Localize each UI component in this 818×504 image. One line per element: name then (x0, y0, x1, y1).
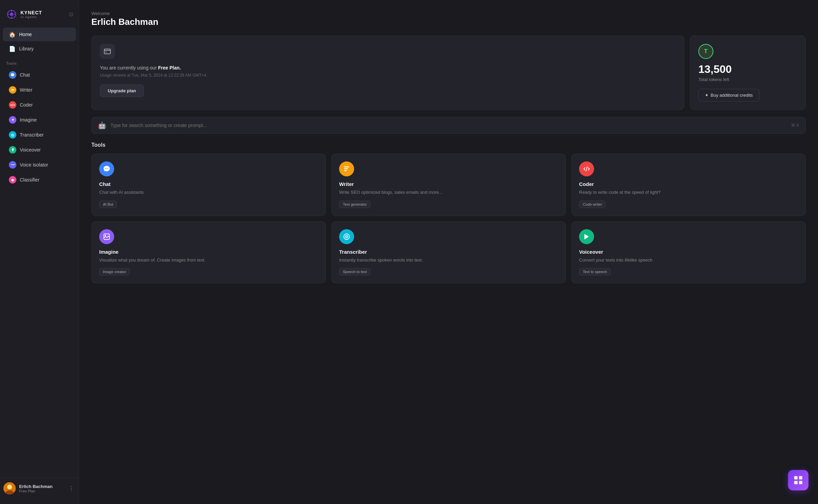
svg-rect-18 (344, 170, 347, 171)
search-shortcut: ⌘ K (791, 123, 799, 128)
shortcut-meta: ⌘ (791, 123, 795, 128)
kynect-logo-icon (5, 8, 18, 20)
voice-isolator-dot-icon: 〰 (9, 161, 16, 169)
main-content: Welcome Erlich Bachman You are currently… (79, 0, 818, 504)
plan-card-icon (100, 44, 115, 59)
transcriber-card-icon (339, 229, 354, 244)
sidebar-item-imagine[interactable]: ✦ Imagine (3, 113, 76, 127)
sidebar-item-transcriber-label: Transcriber (20, 132, 44, 138)
writer-card-icon (339, 161, 354, 176)
imagine-card-name: Imagine (99, 249, 318, 255)
svg-rect-27 (799, 476, 802, 479)
sidebar-item-classifier[interactable]: ◈ Classifier (3, 173, 76, 187)
plan-renew-text: Usage renews at Tue, Mar 5, 2024 at 12:2… (100, 73, 676, 78)
chat-card-desc: Chat with AI assistants (99, 189, 318, 196)
chat-card-icon (99, 161, 114, 176)
voiceover-card-name: Voiceover (579, 249, 798, 255)
svg-rect-12 (105, 52, 107, 52)
welcome-name: Erlich Bachman (91, 17, 806, 27)
sidebar-item-voice-isolator-label: Voice isolator (20, 162, 48, 168)
token-label: Total tokens left (698, 77, 797, 82)
tool-card-chat[interactable]: Chat Chat with AI assistants AI Bot (91, 154, 326, 216)
svg-line-19 (586, 167, 587, 171)
floating-widget-button[interactable] (788, 470, 808, 490)
voiceover-card-icon (579, 229, 594, 244)
coder-card-desc: Ready to write code at the speed of ligh… (579, 189, 798, 196)
shortcut-key: K (797, 123, 799, 128)
floating-widget-icon (793, 475, 803, 485)
tool-card-writer[interactable]: Writer Write SEO optimized blogs, sales … (331, 154, 566, 216)
token-icon: T (698, 44, 713, 59)
coder-card-badge: Code writer (579, 201, 606, 208)
sidebar-item-library[interactable]: 📄 Library (3, 42, 76, 56)
tool-card-voiceover[interactable]: Voiceover Convert your texts into lifeli… (571, 221, 806, 284)
voiceover-card-desc: Convert your texts into lifelike speech (579, 257, 798, 264)
sidebar-item-library-label: Library (19, 46, 34, 51)
sidebar-item-home-label: Home (19, 32, 32, 37)
writer-card-name: Writer (339, 181, 558, 187)
sidebar-item-home[interactable]: 🏠 Home (3, 28, 76, 41)
voiceover-card-badge: Text to speech (579, 268, 611, 275)
svg-marker-25 (585, 234, 589, 239)
chat-card-name: Chat (99, 181, 318, 187)
token-card: T 13,500 Total tokens left ✦ Buy additio… (690, 35, 806, 110)
plan-icon-svg (103, 47, 111, 56)
writer-card-desc: Write SEO optimized blogs, sales emails … (339, 189, 558, 196)
transcriber-card-badge: Speech to text (339, 268, 370, 275)
sidebar-item-coder[interactable]: </> Coder (3, 98, 76, 112)
sidebar-item-classifier-label: Classifier (20, 177, 40, 183)
tools-section-label: Tools (0, 56, 79, 67)
svg-rect-17 (344, 168, 348, 169)
sidebar-item-coder-label: Coder (20, 102, 33, 108)
search-input[interactable] (110, 123, 787, 128)
svg-point-21 (105, 235, 106, 236)
svg-point-13 (105, 168, 106, 169)
sidebar-item-writer[interactable]: ✏ Writer (3, 83, 76, 97)
sidebar-item-transcriber[interactable]: ◎ Transcriber (3, 128, 76, 142)
credits-icon: ✦ (705, 93, 709, 98)
plan-title-text: You are currently using our Free Plan. (100, 64, 676, 72)
search-bot-icon: 🤖 (98, 121, 106, 129)
tool-card-transcriber[interactable]: Transcriber Instantly transcribe spoken … (331, 221, 566, 284)
transcriber-card-desc: Instantly transcribe spoken words into t… (339, 257, 558, 264)
sidebar-item-imagine-label: Imagine (20, 117, 37, 123)
logo-sub-text: AI Agents (20, 15, 42, 19)
sidebar-item-chat[interactable]: 💬 Chat (3, 68, 76, 82)
writer-dot-icon: ✏ (9, 86, 16, 94)
buy-credits-button[interactable]: ✦ Buy additional credits (698, 89, 759, 101)
sidebar-item-writer-label: Writer (20, 87, 32, 93)
sidebar-item-voiceover[interactable]: 🎙 Voiceover (3, 143, 76, 157)
sidebar-item-voiceover-label: Voiceover (20, 147, 41, 153)
library-icon: 📄 (9, 45, 16, 52)
sidebar-toggle-icon[interactable]: ⊡ (69, 12, 73, 17)
svg-rect-10 (104, 49, 110, 54)
user-plan: Free Plan (19, 489, 64, 493)
home-icon: 🏠 (9, 31, 16, 38)
svg-point-2 (10, 13, 13, 16)
avatar-image (3, 482, 16, 494)
transcriber-dot-icon: ◎ (9, 131, 16, 139)
plan-cards-row: You are currently using our Free Plan. U… (91, 35, 806, 110)
token-count: 13,500 (698, 63, 797, 76)
plan-card: You are currently using our Free Plan. U… (91, 35, 684, 110)
svg-point-8 (7, 485, 12, 489)
tool-card-coder[interactable]: Coder Ready to write code at the speed o… (571, 154, 806, 216)
svg-point-24 (346, 236, 347, 237)
transcriber-card-name: Transcriber (339, 249, 558, 255)
svg-point-14 (106, 168, 107, 169)
user-menu-button[interactable]: ⋮ (67, 484, 75, 493)
imagine-card-desc: Visualize what you dream of. Create imag… (99, 257, 318, 264)
search-bar[interactable]: 🤖 ⌘ K (91, 117, 806, 134)
coder-dot-icon: </> (9, 101, 16, 109)
upgrade-plan-button[interactable]: Upgrade plan (100, 84, 144, 97)
svg-rect-16 (344, 167, 349, 168)
svg-point-15 (108, 168, 108, 169)
tools-grid: Chat Chat with AI assistants AI Bot Writ… (91, 154, 806, 283)
svg-rect-28 (794, 481, 798, 484)
sidebar-item-voice-isolator[interactable]: 〰 Voice isolator (3, 158, 76, 172)
avatar (3, 482, 16, 494)
tool-card-imagine[interactable]: Imagine Visualize what you dream of. Cre… (91, 221, 326, 284)
writer-card-badge: Text generator (339, 201, 370, 208)
sidebar: KYNECT AI Agents ⊡ 🏠 Home 📄 Library Tool… (0, 0, 79, 504)
sidebar-item-chat-label: Chat (20, 72, 30, 78)
